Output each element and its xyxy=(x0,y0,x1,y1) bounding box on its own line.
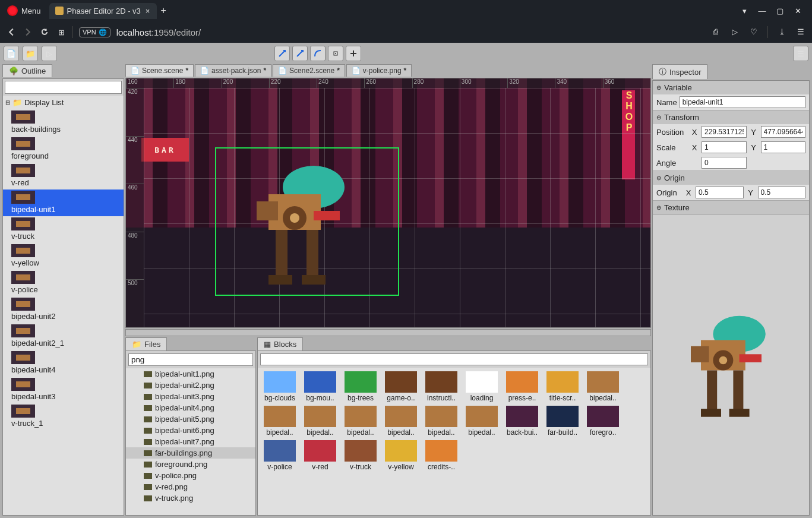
send-icon[interactable]: ▷ xyxy=(729,26,740,37)
collapse-icon[interactable]: ⊟ xyxy=(5,99,10,106)
block-item[interactable]: bipedal.. xyxy=(261,406,298,437)
snapshot-icon[interactable]: ⎙ xyxy=(710,26,721,37)
position-x-input[interactable] xyxy=(702,126,747,138)
block-item[interactable]: bipedal.. xyxy=(302,406,339,437)
file-item[interactable]: bipedal-unit5.png xyxy=(126,413,255,425)
outline-item-bipedal-unit3[interactable]: bipedal-unit3 xyxy=(3,377,124,403)
sidebar-toggle-icon[interactable]: ▾ xyxy=(740,6,749,15)
scale-y-input[interactable] xyxy=(761,141,806,153)
files-tab[interactable]: 📁 Files xyxy=(125,337,167,350)
position-y-input[interactable] xyxy=(761,126,806,138)
bipedal-unit-sprite[interactable] xyxy=(245,159,364,289)
file-item[interactable]: foreground.png xyxy=(126,459,255,470)
file-item[interactable]: bipedal-unit1.png xyxy=(126,368,255,380)
outline-item-bipedal-unit2_1[interactable]: bipedal-unit2_1 xyxy=(3,323,124,350)
display-list-root[interactable]: ⊟ 📁 Display List xyxy=(3,96,124,109)
origin-y-input[interactable] xyxy=(758,187,806,198)
outline-tab[interactable]: 🌳 Outline xyxy=(2,64,52,77)
file-item[interactable]: v-police.png xyxy=(126,470,255,481)
outline-search-input[interactable] xyxy=(5,81,122,94)
file-item[interactable]: v-red.png xyxy=(126,481,255,492)
tool-translate-button[interactable] xyxy=(274,46,290,61)
file-item[interactable]: v-truck.png xyxy=(126,492,255,504)
tool-origin-button[interactable] xyxy=(328,46,343,61)
block-item[interactable]: game-o.. xyxy=(383,371,419,402)
open-folder-button[interactable]: 📁 xyxy=(23,46,38,61)
outline-item-v-red[interactable]: v-red xyxy=(3,163,124,189)
file-item[interactable]: bipedal-unit3.png xyxy=(126,391,255,402)
download-icon[interactable]: ⤓ xyxy=(776,26,787,37)
canvas-scrollbar-horizontal[interactable] xyxy=(125,329,651,336)
block-item[interactable]: loading xyxy=(463,371,500,402)
block-item[interactable]: v-truck xyxy=(342,440,379,471)
tool-scale-button[interactable] xyxy=(292,46,308,61)
block-item[interactable]: bg-trees xyxy=(342,371,379,402)
browser-tab-active[interactable]: Phaser Editor 2D - v3 × xyxy=(49,3,157,19)
scene-tab-v-police.png[interactable]: 📄v-police.png* xyxy=(346,64,412,77)
menu-button[interactable]: ☰ xyxy=(793,46,808,61)
outline-item-v-truck_1[interactable]: v-truck_1 xyxy=(3,403,124,430)
block-item[interactable]: bipedal.. xyxy=(584,371,621,402)
block-item[interactable]: bg-mou.. xyxy=(302,371,339,402)
scene-canvas[interactable]: BAR SHOP 1601802002202402602803003203403… xyxy=(125,78,651,328)
tool-rotate-button[interactable] xyxy=(310,46,326,61)
variable-section-header[interactable]: ⊖ Variable xyxy=(653,81,809,94)
scale-x-input[interactable] xyxy=(702,141,747,153)
nav-back-button[interactable] xyxy=(6,27,17,37)
outline-item-bipedal-unit2[interactable]: bipedal-unit2 xyxy=(3,296,124,323)
nav-forward-button[interactable] xyxy=(23,27,33,37)
origin-x-input[interactable] xyxy=(696,187,744,198)
nav-reload-button[interactable] xyxy=(39,27,50,37)
block-item[interactable]: v-police xyxy=(261,440,298,471)
block-item[interactable]: press-e.. xyxy=(504,371,541,402)
scene-tab-Scene2.scene[interactable]: 📄Scene2.scene* xyxy=(273,64,345,77)
new-file-button[interactable]: 📄 xyxy=(4,46,19,61)
easy-setup-icon[interactable]: ☰ xyxy=(795,26,806,37)
block-item[interactable]: v-red xyxy=(302,440,339,471)
new-tab-button[interactable]: + xyxy=(157,2,169,20)
block-item[interactable]: foregro.. xyxy=(584,406,621,437)
address-url[interactable]: localhost:1959/editor/ xyxy=(116,27,201,37)
speed-dial-icon[interactable]: ⊞ xyxy=(56,27,67,37)
file-item[interactable]: bipedal-unit2.png xyxy=(126,380,255,391)
block-item[interactable]: title-scr.. xyxy=(544,371,581,402)
outline-item-v-yellow[interactable]: v-yellow xyxy=(3,243,124,270)
heart-icon[interactable]: ♡ xyxy=(748,26,759,37)
file-item[interactable]: bipedal-unit7.png xyxy=(126,436,255,447)
scene-tab-Scene.scene[interactable]: 📄Scene.scene* xyxy=(125,64,194,77)
window-close-icon[interactable]: ✕ xyxy=(793,6,802,15)
window-minimize-icon[interactable]: — xyxy=(757,6,767,15)
outline-item-back-buildings[interactable]: back-buildings xyxy=(3,109,124,136)
origin-section-header[interactable]: ⊖ Origin xyxy=(653,171,809,185)
blocks-search-input[interactable] xyxy=(260,353,648,365)
scene-tab-asset-pack.json[interactable]: 📄asset-pack.json* xyxy=(195,64,271,77)
name-input[interactable] xyxy=(680,96,805,108)
block-item[interactable]: bg-clouds xyxy=(261,371,298,402)
tab-close-icon[interactable]: × xyxy=(144,7,151,15)
block-item[interactable]: back-bui.. xyxy=(504,406,541,437)
vpn-badge[interactable]: VPN🌐 xyxy=(79,27,110,37)
block-item[interactable]: credits-.. xyxy=(423,440,460,471)
block-item[interactable]: bipedal.. xyxy=(383,406,419,437)
blocks-tab[interactable]: ▦ Blocks xyxy=(257,337,303,350)
outline-item-bipedal-unit1[interactable]: bipedal-unit1 xyxy=(3,189,124,216)
outline-item-v-police[interactable]: v-police xyxy=(3,270,124,296)
texture-section-header[interactable]: ⊖ Texture xyxy=(653,201,809,214)
files-search-input[interactable] xyxy=(128,353,253,366)
file-item[interactable]: far-buildings.png xyxy=(126,447,255,459)
outline-item-v-truck[interactable]: v-truck xyxy=(3,216,124,243)
block-item[interactable]: bipedal.. xyxy=(423,406,460,437)
file-item[interactable]: bipedal-unit6.png xyxy=(126,425,255,436)
block-item[interactable]: bipedal.. xyxy=(342,406,379,437)
angle-input[interactable] xyxy=(702,157,747,169)
outline-item-foreground[interactable]: foreground xyxy=(3,136,124,163)
block-item[interactable]: instructi.. xyxy=(423,371,460,402)
outline-item-bipedal-unit4[interactable]: bipedal-unit4 xyxy=(3,350,124,377)
block-item[interactable]: bipedal.. xyxy=(463,406,500,437)
block-item[interactable]: far-build.. xyxy=(544,406,581,437)
block-item[interactable]: v-yellow xyxy=(383,440,419,471)
opera-menu-button[interactable]: Menu xyxy=(2,3,46,18)
tool-resize-button[interactable] xyxy=(346,46,361,61)
window-maximize-icon[interactable]: ▢ xyxy=(775,6,785,15)
transform-section-header[interactable]: ⊖ Transform xyxy=(653,110,809,124)
